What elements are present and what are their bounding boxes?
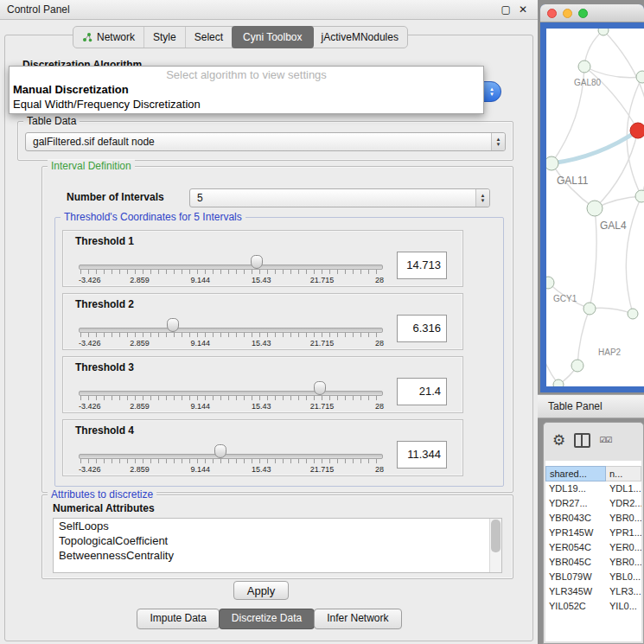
table-row[interactable]: YBR045CYBR0... — [545, 555, 641, 570]
network-canvas[interactable]: GAL80GAL11GAL4GCY1HAP2 — [546, 29, 644, 386]
gear-icon[interactable]: ⚙ — [552, 433, 565, 448]
slider-thumb[interactable] — [214, 444, 226, 458]
table-cell[interactable]: YDR27... — [545, 496, 606, 511]
table-cell[interactable]: YDL19... — [545, 481, 606, 496]
table-row[interactable]: YPR145WYPR1... — [545, 526, 641, 540]
network-node[interactable] — [546, 156, 558, 170]
tab-cyni-toolbox[interactable]: Cyni Toolbox — [232, 26, 313, 48]
network-node[interactable] — [583, 303, 596, 315]
close-traffic-light-icon[interactable] — [547, 9, 557, 18]
slider-scale: -3.4262.8599.14415.4321.71528 — [79, 402, 383, 411]
combobox-stepper-icon[interactable]: ▲ ▼ — [491, 133, 505, 150]
table-cell[interactable]: YDR2... — [606, 496, 641, 511]
network-node[interactable] — [553, 379, 564, 386]
column-header-name[interactable]: n... — [606, 466, 641, 481]
network-edge[interactable] — [577, 309, 590, 366]
network-edge[interactable] — [603, 30, 644, 196]
table-row[interactable]: YBL079WYBL0... — [545, 570, 641, 584]
minimize-traffic-light-icon[interactable] — [563, 9, 572, 18]
table-body: YDL19...YDL1...YDR27...YDR2...YBR043CYBR… — [545, 481, 641, 614]
scrollbar-thumb[interactable] — [491, 520, 501, 552]
table-row[interactable]: YDR27...YDR2... — [545, 496, 641, 511]
table-data-combobox[interactable]: galFiltered.sif default node ▲ ▼ — [25, 132, 506, 151]
table-cell[interactable]: YBL0... — [606, 570, 641, 584]
network-edge[interactable] — [552, 131, 638, 163]
tab-discretize-data[interactable]: Discretize Data — [219, 609, 315, 629]
table-cell[interactable]: YPR145W — [545, 526, 606, 540]
select-columns-icon[interactable]: ☑☑ — [599, 436, 611, 444]
list-item[interactable]: TopologicalCoefficient — [54, 533, 501, 548]
table-cell[interactable]: YIL0... — [606, 599, 641, 614]
network-node[interactable] — [635, 190, 644, 202]
network-node[interactable] — [587, 201, 603, 216]
tab-network[interactable]: Network — [73, 27, 144, 48]
table-row[interactable]: YBR043CYBR0... — [545, 511, 641, 526]
threshold-slider[interactable]: -3.4262.8599.14415.4321.71528 — [79, 444, 383, 475]
threshold-value-box[interactable]: 6.316 — [397, 315, 447, 342]
network-node[interactable] — [630, 123, 644, 138]
table-cell[interactable]: YBR043C — [545, 511, 606, 526]
table-row[interactable]: YLR345WYLR3... — [545, 584, 641, 599]
control-panel-titlebar[interactable]: Control Panel ▢ ✕ — [0, 0, 538, 20]
network-edge[interactable] — [626, 196, 641, 314]
float-icon[interactable]: ▢ — [501, 0, 511, 19]
threshold-value-box[interactable]: 21.4 — [397, 378, 447, 405]
table-cell[interactable]: YDL1... — [606, 481, 641, 496]
threshold-slider[interactable]: -3.4262.8599.14415.4321.71528 — [79, 318, 383, 349]
tab-infer-network[interactable]: Infer Network — [314, 609, 401, 629]
table-toolbar: ⚙ ☑☑ — [544, 423, 643, 457]
slider-thumb[interactable] — [314, 381, 326, 395]
threshold-value-box[interactable]: 11.344 — [397, 441, 447, 469]
table-panel-header[interactable]: Table Panel — [538, 394, 644, 418]
columns-icon[interactable] — [574, 433, 590, 448]
list-scrollbar[interactable] — [489, 519, 501, 572]
network-window-titlebar[interactable] — [540, 4, 644, 22]
slider-ticks — [80, 333, 381, 337]
network-edge[interactable] — [590, 208, 596, 309]
network-edge[interactable] — [590, 308, 633, 314]
list-item[interactable]: SelfLoops — [54, 519, 501, 533]
table-cell[interactable]: YIL052C — [545, 599, 606, 614]
table-cell[interactable]: YLR3... — [606, 584, 641, 599]
slider-thumb[interactable] — [167, 318, 179, 332]
table-cell[interactable]: YBL079W — [545, 570, 606, 584]
tab-select[interactable]: Select — [186, 27, 233, 48]
table-cell[interactable]: YPR1... — [606, 526, 641, 540]
network-node[interactable] — [546, 277, 554, 289]
table-row[interactable]: YER054CYER0... — [545, 540, 641, 555]
table-cell[interactable]: YER054C — [545, 540, 606, 555]
network-node[interactable] — [636, 71, 644, 83]
slider-ticks — [80, 270, 381, 274]
threshold-slider[interactable]: -3.4262.8599.14415.4321.71528 — [79, 255, 383, 286]
tab-style[interactable]: Style — [144, 27, 186, 48]
slider-thumb[interactable] — [251, 255, 263, 269]
table-row[interactable]: YIL052CYIL0... — [545, 599, 641, 614]
apply-button[interactable]: Apply — [233, 581, 289, 600]
dropdown-option-manual-discretization[interactable]: Manual Discretization — [10, 82, 483, 97]
tab-impute-data[interactable]: Impute Data — [137, 609, 219, 629]
network-node[interactable] — [628, 309, 638, 319]
scale-label: 9.144 — [191, 465, 211, 474]
table-cell[interactable]: YER0... — [606, 540, 641, 555]
threshold-slider[interactable]: -3.4262.8599.14415.4321.71528 — [79, 381, 383, 412]
tab-jactivemnodules[interactable]: jActiveMNodules — [313, 27, 407, 48]
table-row[interactable]: YDL19...YDL1... — [545, 481, 641, 496]
zoom-traffic-light-icon[interactable] — [578, 9, 588, 18]
list-item[interactable]: BetweennessCentrality — [54, 548, 501, 563]
column-header-shared-name[interactable]: shared... — [545, 466, 606, 481]
top-tabbar: Network Style Select Cyni Toolbox jActiv… — [73, 26, 408, 48]
network-node[interactable] — [598, 29, 609, 35]
table-cell[interactable]: YBR045C — [545, 555, 606, 570]
threshold-value-box[interactable]: 14.713 — [397, 252, 447, 279]
network-node[interactable] — [578, 61, 590, 73]
numerical-attributes-list[interactable]: SelfLoopsTopologicalCoefficientBetweenne… — [53, 518, 502, 573]
close-icon[interactable]: ✕ — [519, 0, 527, 19]
number-of-intervals-combobox[interactable]: 5 ▲ ▼ — [189, 188, 490, 207]
network-graph[interactable]: GAL80GAL11GAL4GCY1HAP2 — [546, 29, 644, 386]
table-cell[interactable]: YBR0... — [606, 511, 641, 526]
dropdown-option-equal-width-frequency[interactable]: Equal Width/Frequency Discretization — [10, 97, 483, 112]
network-node[interactable] — [571, 360, 583, 372]
combobox-stepper-icon[interactable]: ▲ ▼ — [475, 189, 489, 207]
table-cell[interactable]: YLR345W — [545, 584, 606, 599]
table-cell[interactable]: YBR0... — [606, 555, 641, 570]
